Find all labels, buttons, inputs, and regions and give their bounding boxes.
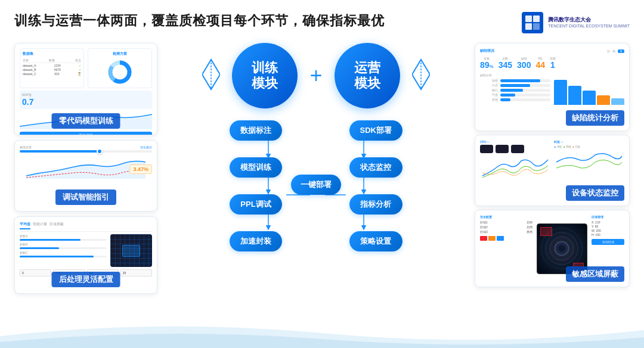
logo-text: 腾讯数字生态大会 TENCENT DIGITAL ECOSYSTEM SUMMI…	[548, 17, 630, 29]
card-postprocess: 平均值 智能计量 区域屏蔽 参数A 参数B 参数	[14, 216, 157, 294]
svg-rect-2	[525, 23, 532, 30]
page-title: 训练与运营一体两面，覆盖质检项目每个环节，确保指标最优	[14, 12, 385, 30]
flow-diagram: 数据标注 模型训练 PPL调试 加速封装 SDK部署 状态监控 指标分析 策略设…	[221, 120, 411, 287]
svg-rect-0	[525, 15, 532, 22]
card1-right-title: 检测方案	[113, 51, 127, 57]
flow-strategy: 策略设置	[349, 231, 402, 251]
card2-label: 调试智能指引	[55, 189, 116, 205]
flow-center: 一键部署	[291, 175, 341, 195]
flow-status: 状态监控	[349, 157, 402, 178]
right-card2-label: 设备状态监控	[566, 185, 624, 201]
center-panel: 训练模块 + 运营模块	[167, 43, 465, 331]
content-area: 数据集 名称数量状态 dataset_A1234✓ dataset_B5678✓…	[14, 43, 630, 331]
right-panel: 缺陷情况 日 周 月 合格 89% 总数 345	[475, 43, 630, 331]
svg-rect-1	[533, 15, 540, 22]
flow-data-label: 数据标注	[230, 120, 282, 141]
left-panel: 数据集 名称数量状态 dataset_A1234✓ dataset_B5678✓…	[14, 43, 157, 331]
right-card3-label: 敏感区域屏蔽	[566, 266, 624, 282]
flow-metrics: 指标分析	[349, 194, 402, 215]
card1-label: 零代码模型训练	[52, 113, 120, 129]
flow-sdk: SDK部署	[349, 120, 402, 141]
card3-label: 后处理灵活配置	[52, 272, 120, 287]
right-card1-label: 缺陷统计分析	[566, 110, 624, 126]
logo-icon	[522, 12, 543, 33]
header: 训练与运营一体两面，覆盖质检项目每个环节，确保指标最优 腾讯数字生态大会 TEN…	[14, 12, 630, 33]
card-zero-code: 数据集 名称数量状态 dataset_A1234✓ dataset_B5678✓…	[14, 43, 157, 135]
flow-ppl: PPL调试	[230, 194, 282, 215]
debug-percentage: 3.47%	[133, 166, 148, 172]
train-module: 训练模块	[232, 43, 298, 108]
right-card-sensitive: 安全配置 区域1启用 区域2启用 区域3禁用	[475, 210, 630, 287]
flow-package: 加速封装	[230, 231, 282, 251]
ops-module: 运营模块	[335, 43, 400, 108]
modules-row: 训练模块 + 运营模块	[202, 43, 429, 108]
logo-area: 腾讯数字生态大会 TENCENT DIGITAL ECOSYSTEM SUMMI…	[522, 12, 630, 33]
right-card-device: CPU ··· 时延 ··	[475, 135, 630, 206]
flow-model-train: 模型训练	[230, 157, 282, 178]
right-card-defect: 缺陷情况 日 周 月 合格 89% 总数 345	[475, 43, 630, 131]
svg-point-8	[114, 67, 125, 77]
card-debug: 阈值设置 优化建议 3.47%	[14, 140, 157, 212]
plus-sign: +	[309, 63, 322, 88]
svg-rect-3	[533, 23, 540, 30]
card1-left-title: 数据集	[23, 51, 81, 57]
